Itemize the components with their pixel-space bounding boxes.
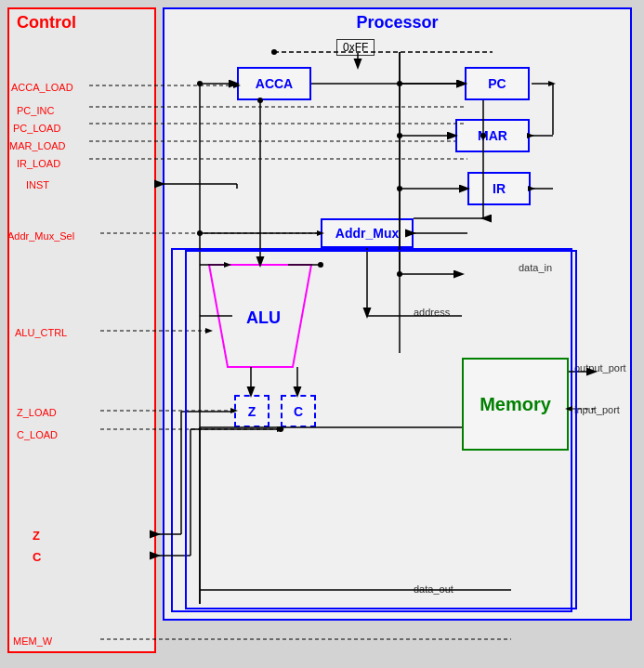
signal-ir-load: IR_LOAD [17,158,60,169]
z-reg-box: Z [234,395,269,427]
signal-c-load: C_LOAD [17,429,58,440]
label-data-out: data_out [414,583,453,595]
signal-addr-mux-sel: Addr_Mux_Sel [7,230,74,242]
label-data-in: data_in [519,262,552,273]
processor-title: Processor [164,9,630,36]
signal-acca-load: ACCA_LOAD [11,82,73,93]
signal-mar-load: MAR_LOAD [9,140,66,151]
c-reg-box: C [281,395,316,427]
addr-mux-box: Addr_Mux [321,218,414,248]
processor-box: Processor [163,7,632,621]
signal-pc-load: PC_LOAD [13,123,60,134]
signal-z-out: Z [33,529,40,543]
ir-box: IR [467,172,531,205]
label-address: address [414,307,450,318]
signal-c-out: C [33,550,41,564]
signal-z-load: Z_LOAD [17,407,57,418]
acca-box: ACCA [237,67,311,100]
signal-pc-inc: PC_INC [17,105,54,116]
pc-box: PC [465,67,530,100]
memory-box: Memory [462,358,569,451]
signal-inst: INST [26,179,49,190]
label-input-port: input_port [574,404,620,415]
signal-mem-w: MEM_W [13,635,52,647]
control-title: Control [9,9,154,36]
hex-label: 0xFF [336,39,375,56]
mar-box: MAR [455,119,530,152]
label-output-port: output_port [574,362,626,373]
signal-alu-ctrl: ALU_CTRL [15,327,67,338]
